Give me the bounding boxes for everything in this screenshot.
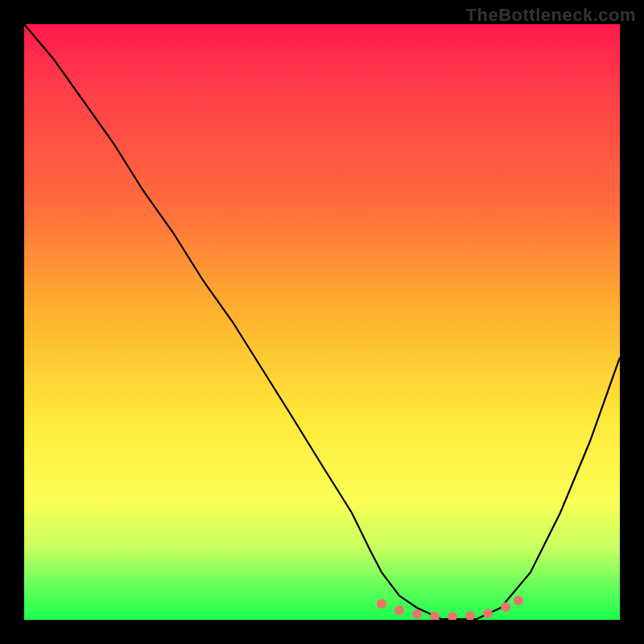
curve-layer: [24, 24, 620, 620]
svg-point-7: [501, 602, 510, 612]
svg-point-8: [514, 596, 523, 605]
bottleneck-curve: [24, 24, 620, 619]
svg-point-6: [483, 609, 493, 618]
chart-frame: TheBottleneck.com: [0, 0, 644, 644]
svg-point-0: [377, 599, 386, 609]
svg-point-3: [430, 612, 440, 620]
svg-point-1: [394, 605, 404, 615]
svg-point-5: [465, 611, 475, 620]
svg-point-4: [448, 612, 457, 620]
watermark-text: TheBottleneck.com: [466, 5, 636, 26]
svg-point-2: [412, 609, 422, 619]
plot-area: [24, 24, 620, 620]
optimal-band: [377, 596, 523, 620]
